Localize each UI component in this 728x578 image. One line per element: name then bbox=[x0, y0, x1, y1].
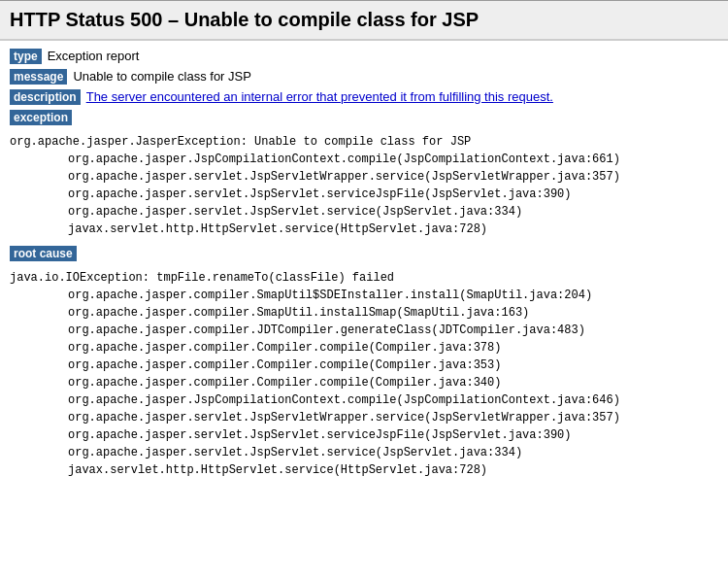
stack-line: org.apache.jasper.compiler.SmapUtil.inst… bbox=[10, 304, 718, 322]
root-cause-stack-trace: java.io.IOException: tmpFile.renameTo(cl… bbox=[10, 269, 718, 479]
exception-section-header: exception bbox=[10, 110, 718, 125]
type-value: Exception report bbox=[48, 49, 140, 63]
message-row: message Unable to compile class for JSP bbox=[10, 69, 718, 85]
root-cause-section-header: root cause bbox=[10, 246, 718, 261]
stack-line: org.apache.jasper.servlet.JspServlet.ser… bbox=[10, 444, 718, 461]
type-label: type bbox=[10, 49, 42, 64]
stack-line: org.apache.jasper.JspCompilationContext.… bbox=[10, 151, 718, 168]
stack-line: org.apache.jasper.compiler.Compiler.comp… bbox=[10, 374, 718, 391]
stack-line: org.apache.jasper.compiler.SmapUtil$SDEI… bbox=[10, 287, 718, 304]
stack-line: org.apache.jasper.compiler.Compiler.comp… bbox=[10, 357, 718, 374]
stack-line: org.apache.jasper.compiler.Compiler.comp… bbox=[10, 339, 718, 357]
stack-line: org.apache.jasper.JspCompilationContext.… bbox=[10, 391, 718, 409]
stack-line: org.apache.jasper.servlet.JspServlet.ser… bbox=[10, 186, 718, 203]
stack-line: org.apache.jasper.JasperException: Unabl… bbox=[10, 133, 718, 151]
description-value: The server encountered an internal error… bbox=[86, 89, 553, 104]
exception-label: exception bbox=[10, 110, 72, 125]
description-row: description The server encountered an in… bbox=[10, 89, 718, 105]
message-label: message bbox=[10, 69, 67, 85]
stack-line: javax.servlet.http.HttpServlet.service(H… bbox=[10, 221, 718, 238]
description-link[interactable]: The server encountered an internal error… bbox=[86, 89, 553, 104]
description-label: description bbox=[10, 89, 81, 105]
stack-line: javax.servlet.http.HttpServlet.service(H… bbox=[10, 461, 718, 479]
stack-line: org.apache.jasper.servlet.JspServlet.ser… bbox=[10, 203, 718, 221]
message-value: Unable to compile class for JSP bbox=[73, 69, 251, 84]
root-cause-label: root cause bbox=[10, 246, 77, 261]
stack-line: java.io.IOException: tmpFile.renameTo(cl… bbox=[10, 269, 718, 287]
root-cause-stack-lines: java.io.IOException: tmpFile.renameTo(cl… bbox=[10, 269, 718, 479]
page-title: HTTP Status 500 – Unable to compile clas… bbox=[0, 0, 728, 41]
exception-stack-trace: org.apache.jasper.JasperException: Unabl… bbox=[10, 133, 718, 238]
stack-line: org.apache.jasper.servlet.JspServlet.ser… bbox=[10, 426, 718, 444]
type-row: type Exception report bbox=[10, 49, 718, 64]
stack-line: org.apache.jasper.compiler.JDTCompiler.g… bbox=[10, 322, 718, 339]
stack-line: org.apache.jasper.servlet.JspServletWrap… bbox=[10, 168, 718, 186]
exception-stack-lines: org.apache.jasper.JasperException: Unabl… bbox=[10, 133, 718, 238]
stack-line: org.apache.jasper.servlet.JspServletWrap… bbox=[10, 409, 718, 426]
